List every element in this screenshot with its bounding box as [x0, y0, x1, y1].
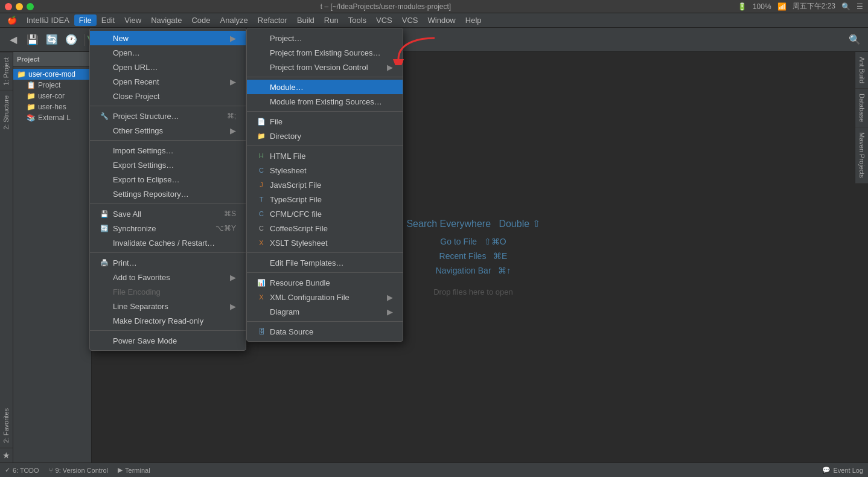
menu-power-save[interactable]: Power Save Mode	[90, 333, 246, 348]
new-project-vcs[interactable]: Project from Version Control ▶	[247, 60, 403, 74]
new-module-existing[interactable]: Module from Existing Sources…	[247, 94, 403, 109]
tree-item-root[interactable]: 📁 user-core-mod	[13, 69, 91, 80]
vcs-arrow: ▶	[387, 63, 393, 72]
status-todo[interactable]: ✓ 6: TODO	[5, 466, 39, 474]
save-all-icon: 💾	[100, 209, 109, 219]
menu-window[interactable]: Window	[423, 14, 461, 26]
new-html-file[interactable]: H HTML File	[247, 149, 403, 163]
menu-invalidate-caches[interactable]: Invalidate Caches / Restart…	[90, 235, 246, 250]
menu-navigate[interactable]: Navigate	[146, 14, 187, 26]
new-resource-bundle-label: Resource Bundle	[270, 278, 330, 287]
menu-other-settings[interactable]: Other Settings ▶	[90, 123, 246, 138]
sidebar-star-icon[interactable]: ★	[0, 448, 13, 463]
menu-open-url[interactable]: Open URL…	[90, 60, 246, 74]
toolbar-history[interactable]: 🕐	[63, 31, 80, 48]
new-edit-templates[interactable]: Edit File Templates…	[247, 255, 403, 270]
toolbar-sync[interactable]: 🔄	[43, 31, 60, 48]
new-cfml-file[interactable]: C CFML/CFC file	[247, 206, 403, 221]
menu-print[interactable]: 🖨️ Print…	[90, 255, 246, 270]
menu-open-recent[interactable]: Open Recent ▶	[90, 74, 246, 89]
tab-database[interactable]: Database	[855, 89, 868, 127]
tab-ant-build[interactable]: Ant Build	[855, 52, 868, 89]
new-js-file[interactable]: J JavaScript File	[247, 178, 403, 192]
menu-export-eclipse[interactable]: Export to Eclipse…	[90, 172, 246, 187]
sep-5	[90, 330, 246, 331]
export-label: Export Settings…	[113, 161, 174, 170]
tree-item-user-hes[interactable]: 📁 user-hes	[13, 101, 91, 112]
menu-vcs1[interactable]: VCS	[371, 14, 397, 26]
new-diagram[interactable]: Diagram ▶	[247, 304, 403, 319]
project-structure-shortcut: ⌘;	[215, 112, 236, 120]
close-project-icon	[100, 91, 109, 101]
menu-file[interactable]: File	[74, 14, 97, 26]
data-source-icon: 🗄	[257, 327, 266, 336]
open-icon	[100, 48, 109, 57]
tree-item-external[interactable]: 📚 External L	[13, 112, 91, 123]
new-xml-config[interactable]: X XML Configuration File ▶	[247, 290, 403, 304]
hint-drop-text: Drop files here to open	[433, 287, 513, 296]
export-eclipse-label: Export to Eclipse…	[113, 175, 180, 184]
menu-project-structure[interactable]: 🔧 Project Structure… ⌘;	[90, 109, 246, 123]
menu-import-settings[interactable]: Import Settings…	[90, 143, 246, 158]
sidebar-favorites-label[interactable]: 2: Favorites	[0, 403, 13, 448]
menu-export-settings[interactable]: Export Settings…	[90, 158, 246, 172]
menu-make-readonly[interactable]: Make Directory Read-only	[90, 313, 246, 328]
readonly-icon	[100, 316, 109, 325]
new-ts-file[interactable]: T TypeScript File	[247, 192, 403, 206]
new-project[interactable]: Project…	[247, 31, 403, 45]
search-icon[interactable]: 🔍	[841, 2, 850, 11]
close-button[interactable]	[5, 3, 12, 10]
status-vcs[interactable]: ⑂ 9: Version Control	[49, 467, 108, 474]
new-coffee-file[interactable]: C CoffeeScript File	[247, 221, 403, 235]
sidebar-structure-label[interactable]: 2: Structure	[0, 90, 13, 135]
menu-add-favorites[interactable]: Add to Favorites ▶	[90, 270, 246, 284]
new-data-source[interactable]: 🗄 Data Source	[247, 324, 403, 339]
new-directory[interactable]: 📁 Directory	[247, 129, 403, 143]
menu-run[interactable]: Run	[319, 14, 343, 26]
menu-refactor[interactable]: Refactor	[253, 14, 292, 26]
menu-build[interactable]: Build	[292, 14, 319, 26]
toolbar-search[interactable]: 🔍	[846, 31, 863, 48]
menu-code[interactable]: Code	[187, 14, 215, 26]
tree-item-project[interactable]: 📋 Project	[13, 80, 91, 91]
menu-settings-repo[interactable]: Settings Repository…	[90, 187, 246, 201]
menu-apple[interactable]: 🍎	[2, 14, 22, 26]
status-event-log[interactable]: 💬 Event Log	[822, 466, 863, 474]
new-xslt-file[interactable]: X XSLT Stylesheet	[247, 235, 403, 250]
menu-open[interactable]: Open…	[90, 45, 246, 60]
new-file[interactable]: 📄 File	[247, 114, 403, 129]
new-resource-bundle[interactable]: 📊 Resource Bundle	[247, 275, 403, 290]
hint-drop-files: Drop files here to open	[406, 287, 540, 296]
sidebar-project-label[interactable]: 1: Project	[0, 52, 13, 90]
new-module[interactable]: Module…	[247, 80, 403, 94]
menu-analyze[interactable]: Analyze	[215, 14, 253, 26]
menu-synchronize[interactable]: 🔄 Synchronize ⌥⌘Y	[90, 221, 246, 235]
save-all-shortcut: ⌘S	[212, 210, 236, 218]
menu-icon[interactable]: ☰	[857, 2, 863, 11]
menu-line-separators[interactable]: Line Separators ▶	[90, 299, 246, 313]
project-icon: 📋	[27, 81, 36, 89]
maximize-button[interactable]	[27, 3, 34, 10]
menu-edit[interactable]: Edit	[97, 14, 120, 26]
panel-title: Project	[17, 56, 39, 63]
battery-icon: 🔋	[738, 2, 747, 11]
minimize-button[interactable]	[16, 3, 23, 10]
toolbar-back[interactable]: ◀	[5, 31, 22, 48]
menu-close-project[interactable]: Close Project	[90, 89, 246, 103]
new-stylesheet[interactable]: C Stylesheet	[247, 163, 403, 178]
tree-item-user-cor[interactable]: 📁 user-cor	[13, 91, 91, 101]
menu-view[interactable]: View	[120, 14, 146, 26]
menu-tools[interactable]: Tools	[343, 14, 371, 26]
clock: 周五下午2:23	[793, 1, 835, 11]
status-terminal[interactable]: ▶ Terminal	[118, 466, 150, 474]
tab-maven[interactable]: Maven Projects	[855, 127, 868, 184]
menu-save-all[interactable]: 💾 Save All ⌘S	[90, 206, 246, 221]
menu-intellij[interactable]: IntelliJ IDEA	[22, 14, 74, 26]
menu-help[interactable]: Help	[461, 14, 487, 26]
toolbar-save[interactable]: 💾	[24, 31, 41, 48]
new-project-existing[interactable]: Project from Existing Sources…	[247, 45, 403, 60]
menu-vcs2[interactable]: VCS	[397, 14, 423, 26]
hint-goto-file: Go to File ⇧⌘O	[406, 237, 540, 246]
menu-new[interactable]: New ▶	[90, 31, 246, 45]
open-recent-arrow: ▶	[230, 77, 236, 86]
